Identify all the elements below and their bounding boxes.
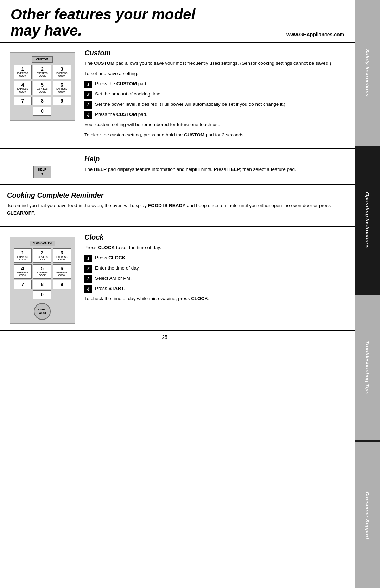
cooking-reminder-text: To remind you that you have food in the … (7, 202, 348, 217)
clock-key-1: 1EXPRESS COOK (14, 248, 32, 263)
help-title: Help (84, 155, 348, 163)
clock-key-6: 6EXPRESS COOK (53, 264, 71, 279)
cooking-reminder-title: Cooking Complete Reminder (7, 191, 348, 199)
custom-key-row-1: 1EXPRESS COOK 2EXPRESS COOK 3EXPRESS COO… (14, 65, 71, 79)
page-number: 25 (0, 331, 329, 347)
sidebar-safety-label: Safety Instructions (365, 49, 370, 97)
pause-label: PAUSE (38, 311, 47, 315)
help-text: The HELP pad displays feature informatio… (84, 166, 348, 173)
clock-key-2: 2EXPRESS COOK (33, 248, 51, 263)
custom-key-row-2: 4EXPRESS COOK 5EXPRESS COOK 6EXPRESS COO… (14, 81, 71, 95)
clock-top-btn-row: CLOCK AM / PM (14, 241, 71, 246)
custom-key-row-0: 0 (14, 107, 71, 116)
key-5: 5EXPRESS COOK (33, 81, 51, 95)
key-2: 2EXPRESS COOK (33, 65, 51, 79)
key-4: 4EXPRESS COOK (14, 81, 32, 95)
step-text-1: Press the CUSTOM pad. (95, 80, 147, 88)
clock-step-num-4: 4 (84, 285, 92, 293)
clock-label-line2: AM / PM (42, 242, 52, 245)
clock-section: CLOCK AM / PM 1EXPRESS COOK 2EXPRESS COO… (0, 227, 355, 331)
clock-keypad-container: CLOCK AM / PM 1EXPRESS COOK 2EXPRESS COO… (7, 233, 77, 324)
custom-step-1: 1 Press the CUSTOM pad. (84, 80, 348, 88)
key-6: 6EXPRESS COOK (53, 81, 71, 95)
help-keypad-container: HELP ▼ (7, 155, 77, 178)
clock-key-0: 0 (33, 290, 51, 299)
clock-step-2: 2 Enter the time of day. (84, 265, 348, 273)
start-pause-row: START PAUSE (14, 302, 71, 320)
key-3: 3EXPRESS COOK (53, 65, 71, 79)
sidebar: Safety Instructions Operating Instructio… (355, 0, 380, 588)
key-1: 1EXPRESS COOK (14, 65, 32, 79)
step-text-4: Press the CUSTOM pad. (95, 111, 147, 118)
website-url: www.GEAppliances.com (286, 32, 344, 39)
clock-step-4: 4 Press START. (84, 285, 348, 293)
custom-step-2: 2 Set the amount of cooking time. (84, 91, 348, 99)
clock-note: To check the time of day while microwavi… (84, 295, 348, 303)
sidebar-operating-label: Operating Instructions (365, 192, 370, 249)
start-label: START (38, 308, 47, 311)
sidebar-troubleshooting-label: Troubleshooting Tips (365, 341, 370, 395)
clock-key-row-2: 4EXPRESS COOK 5EXPRESS COOK 6EXPRESS COO… (14, 264, 71, 279)
cooking-reminder-section: Cooking Complete Reminder To remind you … (0, 185, 355, 227)
clock-step-num-1: 1 (84, 255, 92, 262)
help-button-label: HELP (38, 168, 46, 171)
clock-step-text-4: Press START. (95, 285, 125, 292)
clock-content: Clock Press CLOCK to set the time of day… (84, 233, 348, 324)
clock-key-4: 4EXPRESS COOK (14, 264, 32, 279)
custom-step-3: 3 Set the power level, if desired. (Full… (84, 101, 348, 109)
clock-key-9: 9 (53, 280, 71, 289)
clock-title: Clock (84, 233, 348, 241)
custom-step-4: 4 Press the CUSTOM pad. (84, 111, 348, 119)
sidebar-consumer: Consumer Support (355, 442, 380, 588)
clock-step-3: 3 Select AM or PM. (84, 275, 348, 283)
custom-intro: The CUSTOM pad allows you to save your m… (84, 60, 348, 67)
key-8: 8 (33, 97, 51, 105)
custom-note2: To clear the custom setting, press and h… (84, 131, 348, 139)
custom-key-row-3: 7 8 9 (14, 97, 71, 105)
custom-keypad: CUSTOM 1EXPRESS COOK 2EXPRESS COOK 3EXPR… (10, 52, 75, 121)
clock-step-text-3: Select AM or PM. (95, 275, 132, 282)
clock-key-8: 8 (33, 280, 51, 289)
clock-step-num-3: 3 (84, 275, 92, 283)
clock-label-line1: CLOCK (33, 242, 42, 245)
step-text-2: Set the amount of cooking time. (95, 91, 162, 98)
sidebar-operating: Operating Instructions (355, 148, 380, 293)
clock-key-7: 7 (14, 280, 32, 289)
clock-button: CLOCK AM / PM (30, 241, 55, 246)
sidebar-troubleshooting: Troubleshooting Tips (355, 295, 380, 441)
help-arrow-icon: ▼ (40, 172, 44, 176)
page-title: Other features your model may have. (11, 6, 195, 39)
start-pause-button: START PAUSE (34, 303, 51, 320)
custom-top-btn-row: CUSTOM (14, 56, 71, 63)
clock-key-row-3: 7 8 9 (14, 280, 71, 289)
step-num-2: 2 (84, 91, 92, 99)
sidebar-consumer-label: Consumer Support (365, 491, 370, 539)
main-content: Other features your model may have. www.… (0, 0, 355, 347)
custom-title: Custom (84, 49, 348, 57)
key-0: 0 (33, 107, 51, 116)
key-7: 7 (14, 97, 32, 105)
step-text-3: Set the power level, if desired. (Full p… (95, 101, 285, 108)
custom-note1: Your custom setting will be remembered f… (84, 121, 348, 129)
cooking-reminder-content: Cooking Complete Reminder To remind you … (7, 191, 348, 220)
custom-setup-label: To set and save a setting: (84, 70, 348, 78)
clock-intro: Press CLOCK to set the time of day. (84, 244, 348, 252)
step-num-3: 3 (84, 101, 92, 109)
custom-content: Custom The CUSTOM pad allows you to save… (84, 49, 348, 142)
sidebar-safety: Safety Instructions (355, 0, 380, 146)
help-content: Help The HELP pad displays feature infor… (84, 155, 348, 178)
custom-button: CUSTOM (32, 56, 53, 63)
step-num-4: 4 (84, 111, 92, 119)
help-section: HELP ▼ Help The HELP pad displays featur… (0, 149, 355, 185)
clock-step-num-2: 2 (84, 265, 92, 273)
help-button: HELP ▼ (33, 166, 51, 178)
clock-step-text-1: Press CLOCK. (95, 254, 127, 262)
clock-keypad: CLOCK AM / PM 1EXPRESS COOK 2EXPRESS COO… (10, 237, 75, 324)
title-line1: Other features your model (11, 6, 195, 23)
custom-section: CUSTOM 1EXPRESS COOK 2EXPRESS COOK 3EXPR… (0, 43, 355, 149)
title-line2: may have. (11, 23, 195, 39)
page-header: Other features your model may have. www.… (0, 0, 355, 43)
clock-step-1: 1 Press CLOCK. (84, 254, 348, 262)
clock-key-5: 5EXPRESS COOK (33, 264, 51, 279)
clock-key-row-1: 1EXPRESS COOK 2EXPRESS COOK 3EXPRESS COO… (14, 248, 71, 263)
